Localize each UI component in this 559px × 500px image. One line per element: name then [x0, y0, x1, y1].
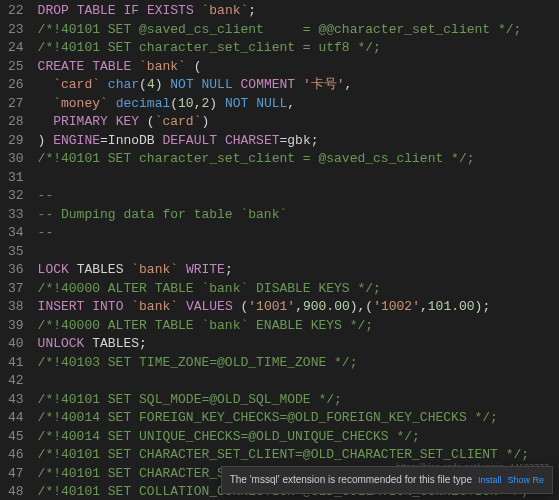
line-number: 38 [8, 298, 24, 317]
line-number: 47 [8, 465, 24, 484]
extension-recommendation-toast: The 'mssql' extension is recommended for… [221, 466, 553, 495]
code-line[interactable]: /*!40103 SET TIME_ZONE=@OLD_TIME_ZONE */… [38, 354, 559, 373]
line-number: 26 [8, 76, 24, 95]
code-area[interactable]: DROP TABLE IF EXISTS `bank`;/*!40101 SET… [38, 0, 559, 500]
line-number: 28 [8, 113, 24, 132]
code-line[interactable]: -- Dumping data for table `bank` [38, 206, 559, 225]
code-line[interactable]: /*!40000 ALTER TABLE `bank` ENABLE KEYS … [38, 317, 559, 336]
code-line[interactable]: /*!40101 SET SQL_MODE=@OLD_SQL_MODE */; [38, 391, 559, 410]
code-line[interactable] [38, 243, 559, 262]
code-line[interactable]: DROP TABLE IF EXISTS `bank`; [38, 2, 559, 21]
code-line[interactable]: -- [38, 187, 559, 206]
code-line[interactable]: `card` char(4) NOT NULL COMMENT '卡号', [38, 76, 559, 95]
line-number: 24 [8, 39, 24, 58]
line-number: 39 [8, 317, 24, 336]
code-editor[interactable]: 2223242526272829303132333435363738394041… [0, 0, 559, 500]
line-number: 44 [8, 409, 24, 428]
line-number: 36 [8, 261, 24, 280]
line-number: 40 [8, 335, 24, 354]
code-line[interactable]: CREATE TABLE `bank` ( [38, 58, 559, 77]
line-number: 27 [8, 95, 24, 114]
line-number: 29 [8, 132, 24, 151]
code-line[interactable]: /*!40014 SET UNIQUE_CHECKS=@OLD_UNIQUE_C… [38, 428, 559, 447]
line-number: 35 [8, 243, 24, 262]
install-button[interactable]: Install [478, 471, 502, 490]
line-number: 34 [8, 224, 24, 243]
show-recommendations-button[interactable]: Show Re [507, 471, 544, 490]
code-line[interactable] [38, 169, 559, 188]
line-number: 42 [8, 372, 24, 391]
line-number: 30 [8, 150, 24, 169]
code-line[interactable]: LOCK TABLES `bank` WRITE; [38, 261, 559, 280]
line-number-gutter: 2223242526272829303132333435363738394041… [0, 0, 38, 500]
line-number: 32 [8, 187, 24, 206]
line-number: 46 [8, 446, 24, 465]
code-line[interactable]: ) ENGINE=InnoDB DEFAULT CHARSET=gbk; [38, 132, 559, 151]
line-number: 41 [8, 354, 24, 373]
line-number: 43 [8, 391, 24, 410]
line-number: 48 [8, 483, 24, 500]
line-number: 23 [8, 21, 24, 40]
line-number: 33 [8, 206, 24, 225]
code-line[interactable]: PRIMARY KEY (`card`) [38, 113, 559, 132]
line-number: 22 [8, 2, 24, 21]
code-line[interactable]: INSERT INTO `bank` VALUES ('1001',900.00… [38, 298, 559, 317]
code-line[interactable] [38, 372, 559, 391]
code-line[interactable]: -- [38, 224, 559, 243]
line-number: 31 [8, 169, 24, 188]
code-line[interactable]: /*!40101 SET @saved_cs_client = @@charac… [38, 21, 559, 40]
code-line[interactable]: `money` decimal(10,2) NOT NULL, [38, 95, 559, 114]
line-number: 45 [8, 428, 24, 447]
code-line[interactable]: /*!40014 SET FOREIGN_KEY_CHECKS=@OLD_FOR… [38, 409, 559, 428]
toast-message: The 'mssql' extension is recommended for… [230, 471, 472, 490]
code-line[interactable]: /*!40101 SET character_set_client = utf8… [38, 39, 559, 58]
code-line[interactable]: /*!40000 ALTER TABLE `bank` DISABLE KEYS… [38, 280, 559, 299]
code-line[interactable]: UNLOCK TABLES; [38, 335, 559, 354]
code-line[interactable]: /*!40101 SET character_set_client = @sav… [38, 150, 559, 169]
line-number: 37 [8, 280, 24, 299]
line-number: 25 [8, 58, 24, 77]
